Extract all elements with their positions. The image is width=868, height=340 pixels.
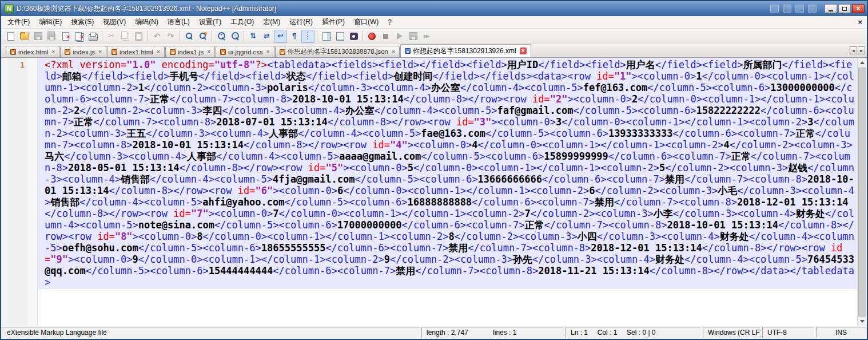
xml-content-line[interactable]: <?xml version="1.0" encoding="utf-8"?><t… — [38, 58, 857, 289]
document-map-icon[interactable] — [320, 30, 333, 43]
zoom-in-icon[interactable] — [214, 30, 228, 43]
sync-vertical-scrolling-icon[interactable] — [246, 30, 260, 43]
tab-index1-html[interactable]: index1.html× — [107, 46, 165, 57]
tab-label: 你想起的名字1581302838878.json — [288, 48, 388, 56]
save-all-icon — [45, 30, 58, 43]
text-pane[interactable]: <?xml version="1.0" encoding="utf-8"?><t… — [38, 58, 857, 326]
menu-item-plugins[interactable]: 插件(P) — [317, 16, 349, 28]
menu-item-file[interactable]: 文件(F) — [3, 16, 34, 28]
minimize-icon — [829, 10, 833, 11]
paste-icon — [132, 30, 145, 43]
tab-scroll-left-button[interactable]: ◄ — [850, 46, 857, 54]
copy-icon — [118, 30, 132, 43]
tab-index-js[interactable]: index.js× — [60, 46, 106, 57]
tab-close-icon[interactable]: × — [98, 49, 102, 55]
titlebar-ghost-icon-3 — [795, 5, 804, 13]
eol-format-label[interactable]: Windows (CR LF) — [703, 327, 761, 338]
menu-item-view[interactable]: 视图(V) — [98, 16, 130, 28]
titlebar-ghost-icon-2 — [783, 5, 791, 13]
file-status-icon — [112, 49, 117, 55]
tab-ui-jqgrid-css[interactable]: ui.jqgrid.css× — [216, 46, 274, 57]
restore-button[interactable] — [838, 4, 851, 13]
tab-label: index1.html — [120, 49, 153, 56]
close-button[interactable]: × — [852, 4, 865, 13]
monitoring-icon[interactable] — [347, 30, 360, 43]
redo-icon — [164, 30, 177, 43]
zoom-out-icon[interactable] — [228, 30, 241, 43]
menu-item-encoding[interactable]: 编码(N) — [130, 16, 163, 28]
menu-items: 文件(F)编辑(E)搜索(S)视图(V)编码(N)语言(L)设置(T)工具(O)… — [3, 16, 396, 28]
close-document-icon[interactable] — [59, 30, 72, 43]
indent-guide-icon[interactable] — [301, 30, 314, 43]
toolbar-separator — [317, 31, 317, 41]
toolbar-separator — [102, 31, 102, 41]
tab-close-icon[interactable]: × — [207, 49, 210, 55]
toolbar-separator — [363, 31, 363, 41]
file-status-icon — [170, 49, 176, 55]
document-close-icon[interactable]: × — [858, 18, 862, 26]
cut-icon — [105, 30, 118, 43]
titlebar-overlay-icons — [770, 5, 817, 13]
close-all-documents-icon[interactable] — [73, 30, 86, 43]
title-bar[interactable]: D:\360极速浏览器下载\你想起的名字1581302913926.xml - … — [1, 1, 867, 16]
run-macro-multiple-times-icon — [420, 30, 433, 43]
tab-close-icon[interactable]: × — [51, 49, 55, 55]
sync-horizontal-scrolling-icon[interactable] — [260, 30, 273, 43]
menu-item-macro[interactable]: 宏(M) — [258, 16, 285, 28]
tab-index1-js[interactable]: index1.js× — [165, 46, 215, 57]
word-wrap-icon[interactable] — [274, 30, 287, 43]
status-bar: eXtensible Markup Language file length :… — [1, 326, 867, 339]
window-title: D:\360极速浏览器下载\你想起的名字1581302913926.xml - … — [17, 4, 276, 14]
stop-macro-icon — [379, 30, 392, 43]
menu-item-help[interactable]: ? — [383, 16, 396, 28]
open-file-icon[interactable] — [18, 30, 31, 43]
fold-margin[interactable] — [27, 58, 38, 326]
tab-label: index.html — [18, 49, 48, 56]
toolbar-separator — [148, 31, 148, 41]
tab-close-icon[interactable]: × — [157, 49, 160, 55]
show-all-characters-icon[interactable] — [288, 30, 301, 43]
vertical-scrollbar[interactable] — [857, 58, 867, 326]
scroll-down-button[interactable] — [858, 317, 867, 326]
cursor-position-label: Ln : 1 Col : 1 Sel : 0 | 0 — [566, 327, 702, 338]
menu-item-language[interactable]: 语言(L) — [163, 16, 194, 28]
tab-label: index.js — [73, 49, 95, 56]
notepadpp-window: D:\360极速浏览器下载\你想起的名字1581302913926.xml - … — [0, 0, 868, 340]
find-icon[interactable] — [182, 30, 196, 43]
scrollbar-thumb[interactable] — [858, 68, 866, 317]
insert-mode-label[interactable]: INS — [816, 327, 866, 338]
tab-scroll-right-button[interactable]: ► — [858, 46, 865, 54]
record-macro-icon[interactable] — [365, 30, 379, 43]
tab-name-1581302913926-xml[interactable]: 你想起的名字1581302913926.xml× — [400, 44, 531, 57]
menu-item-search[interactable]: 搜索(S) — [66, 16, 98, 28]
tab-close-icon[interactable]: × — [266, 49, 270, 55]
file-status-icon — [65, 49, 70, 55]
tab-index-html[interactable]: index.html× — [6, 46, 59, 57]
tab-name-1581302838878-json[interactable]: 你想起的名字1581302838878.json× — [275, 46, 400, 57]
replace-icon[interactable] — [196, 30, 209, 43]
tab-scroll-buttons: ◄ ► — [850, 46, 865, 54]
menu-item-edit[interactable]: 编辑(E) — [34, 16, 66, 28]
minimize-button[interactable] — [825, 4, 837, 13]
doc-type-label: eXtensible Markup Language file — [2, 327, 420, 338]
file-status-icon — [280, 49, 285, 55]
encoding-label[interactable]: UTF-8 — [762, 327, 815, 338]
tab-close-icon[interactable]: × — [520, 48, 527, 54]
bookmark-margin[interactable] — [1, 58, 8, 326]
save-macro-icon — [407, 30, 420, 43]
restore-icon — [842, 7, 847, 11]
toolbar-separator — [244, 31, 244, 41]
print-icon[interactable] — [86, 30, 99, 43]
scroll-up-button[interactable] — [858, 58, 867, 68]
menu-item-window[interactable]: 窗口(W) — [349, 16, 383, 28]
menu-item-run[interactable]: 运行(R) — [285, 16, 317, 28]
titlebar-ghost-icon-1 — [770, 5, 779, 13]
toolbar — [1, 29, 867, 44]
tab-bar: index.html×index.js×index1.html×index1.j… — [1, 44, 867, 58]
menu-item-tools[interactable]: 工具(O) — [226, 16, 258, 28]
new-file-icon[interactable] — [4, 30, 17, 43]
menu-bar: 文件(F)编辑(E)搜索(S)视图(V)编码(N)语言(L)设置(T)工具(O)… — [1, 16, 867, 29]
tab-close-icon[interactable]: × — [392, 49, 395, 55]
function-list-icon[interactable] — [333, 30, 347, 43]
menu-item-settings[interactable]: 设置(T) — [194, 16, 226, 28]
